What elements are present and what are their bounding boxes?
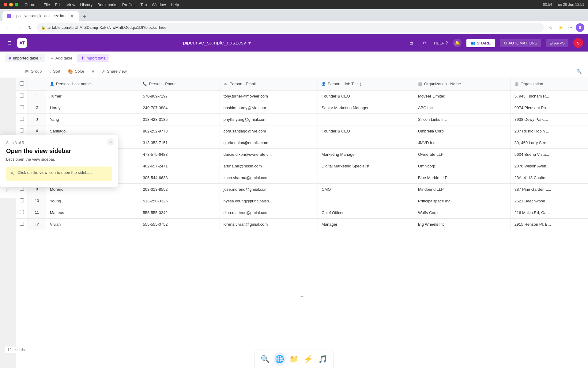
row-checkbox-input-1[interactable]: [20, 105, 24, 109]
table-row[interactable]: 10 Young 513-250-3326 nyssa.young@princi…: [16, 195, 588, 207]
table-container[interactable]: 👤 Person - Last name ⋮ 📞 Person - Phone …: [16, 78, 588, 368]
checkbox-header[interactable]: [16, 78, 28, 90]
menu-view[interactable]: View: [67, 2, 75, 7]
dock-finder[interactable]: 🔍: [259, 352, 271, 366]
window-controls[interactable]: [4, 3, 18, 6]
profile-avatar[interactable]: S: [576, 23, 584, 32]
title-dropdown-icon[interactable]: ▾: [248, 40, 251, 46]
row-checkbox-input-3[interactable]: [20, 128, 24, 132]
share-view-button[interactable]: ↗ Share view: [98, 67, 130, 75]
add-row-button[interactable]: +: [16, 292, 588, 301]
bookmark-icon[interactable]: ☆: [546, 23, 555, 32]
row-checkbox-11[interactable]: [16, 218, 28, 230]
reload-button[interactable]: ↻: [26, 23, 34, 32]
forward-button[interactable]: →: [15, 23, 23, 32]
table-row[interactable]: 3 Yang 313-428-3135 phyllis.yang@gmial.c…: [16, 113, 588, 125]
dock-folder[interactable]: 📁: [288, 352, 300, 366]
dock-app2[interactable]: 🎵: [317, 352, 329, 366]
notifications-icon[interactable]: 🔔: [453, 39, 462, 47]
dock-app1[interactable]: ⚡: [302, 352, 314, 366]
row-checkbox-10[interactable]: [16, 207, 28, 218]
sort-button[interactable]: ↕ Sort: [46, 67, 63, 75]
cell-job-title-3: Founder & CEO: [318, 125, 414, 137]
menu-window[interactable]: Window: [152, 2, 166, 7]
menu-edit[interactable]: Edit: [55, 2, 62, 7]
color-icon: 🎨: [68, 69, 73, 74]
row-num-11: 12: [28, 218, 46, 230]
hint-cursor-icon: ↖: [10, 171, 15, 177]
cell-org-name-11: Big Wheels Inc: [414, 218, 511, 230]
table-row[interactable]: 12 Vivian 555-555-0752 lorens.vivian@gmi…: [16, 218, 588, 230]
menu-file[interactable]: File: [43, 2, 50, 7]
menu-help[interactable]: Help: [171, 2, 179, 7]
active-tab[interactable]: pipedrive_sample_data.csv: Im... ✕: [2, 11, 79, 21]
apps-button[interactable]: ⊞ APPS: [546, 39, 568, 47]
tab-bar: pipedrive_sample_data.csv: Im... ✕ +: [0, 9, 588, 21]
imported-table-tab[interactable]: Imported table ▾: [5, 54, 45, 62]
col-resize-org-name[interactable]: ⋮: [504, 82, 507, 86]
col-resize-last-name[interactable]: ⋮: [132, 82, 135, 86]
select-all-checkbox[interactable]: [20, 81, 24, 86]
dock-chrome[interactable]: 🌐: [274, 352, 286, 366]
cell-email-4: gloria.quinn@emailz.com: [220, 137, 318, 148]
row-checkbox-input-8[interactable]: [20, 187, 24, 191]
row-checkbox-9[interactable]: [16, 195, 28, 207]
close-btn[interactable]: [4, 3, 7, 6]
sidebar-toggle-icon[interactable]: ☰: [5, 39, 13, 47]
menu-bookmarks[interactable]: Bookmarks: [97, 2, 117, 7]
row-checkbox-input-10[interactable]: [20, 210, 24, 214]
menu-profiles[interactable]: Profiles: [122, 2, 135, 7]
col-header-phone: 📞 Person - Phone ⋮: [139, 78, 220, 90]
cell-last-name-10: Matteus: [46, 207, 139, 218]
row-checkbox-input-0[interactable]: [20, 94, 24, 98]
group-button[interactable]: ⊞ Group: [22, 67, 45, 75]
col-resize-job-title[interactable]: ⋮: [407, 82, 410, 86]
search-button[interactable]: 🔍: [575, 67, 583, 76]
trash-icon[interactable]: 🗑: [407, 39, 416, 47]
cell-org-addr-2: 7938 Dewy Park,...: [511, 113, 588, 125]
row-checkbox-0[interactable]: [16, 90, 28, 102]
tooltip-close-button[interactable]: ×: [107, 138, 114, 146]
back-button[interactable]: ←: [4, 23, 12, 32]
import-data-button[interactable]: ⬆ Import data: [77, 54, 109, 62]
help-button[interactable]: HELP ?: [434, 40, 448, 45]
menu-chrome[interactable]: Chrome: [24, 2, 39, 7]
cell-phone-8: 203-313-8552: [139, 183, 220, 195]
menu-tab[interactable]: Tab: [140, 2, 147, 7]
row-checkbox-input-2[interactable]: [20, 117, 24, 121]
table-row[interactable]: 11 Matteus 555-555-0242 dina.matteus@gmi…: [16, 207, 588, 218]
row-checkbox-2[interactable]: [16, 113, 28, 125]
minimize-btn[interactable]: [9, 3, 13, 6]
table-row[interactable]: 2 Hardy 240-707-3884 hashim.hardy@lvie.c…: [16, 102, 588, 113]
filter-button[interactable]: ≡: [89, 67, 97, 75]
address-input[interactable]: 🔒 airtable.com/tblUhATZDzmqnXak7/viwMnIL…: [37, 23, 544, 33]
cell-org-name-2: Silicon Links Inc: [414, 113, 511, 125]
col-resize-email[interactable]: ⋮: [311, 82, 314, 86]
history-icon[interactable]: ⟳: [420, 39, 429, 47]
user-avatar[interactable]: S: [573, 38, 583, 48]
col-resize-phone[interactable]: ⋮: [213, 82, 216, 86]
color-button[interactable]: 🎨 Color: [65, 67, 87, 75]
extension-icon[interactable]: ⚡: [556, 23, 565, 32]
row-checkbox-input-9[interactable]: [20, 198, 24, 202]
sort-icon: ↕: [49, 69, 51, 74]
menu-history[interactable]: History: [80, 2, 92, 7]
add-table-button[interactable]: ＋ Add table: [47, 54, 76, 63]
row-checkbox-input-11[interactable]: [20, 222, 24, 226]
new-tab-button[interactable]: +: [80, 12, 89, 21]
row-checkbox-1[interactable]: [16, 102, 28, 113]
address-bar: ← → ↻ 🔒 airtable.com/tblUhATZDzmqnXak7/v…: [0, 21, 588, 34]
cell-org-addr-10: 216 Makin Rd, Oa...: [511, 207, 588, 218]
maximize-btn[interactable]: [15, 3, 18, 6]
cell-email-3: cora.santiago@lvie.com: [220, 125, 318, 137]
cell-phone-11: 555-555-0752: [139, 218, 220, 230]
add-table-icon: ＋: [50, 56, 54, 61]
cell-org-name-0: Moveer Limited: [414, 90, 511, 102]
table-row[interactable]: 1 Turner 570-809-7197 tony.turner@moveer…: [16, 90, 588, 102]
tab-close-button[interactable]: ✕: [70, 13, 74, 18]
share-button[interactable]: 👥 SHARE: [466, 39, 495, 47]
automations-button[interactable]: ⚙ AUTOMATIONS: [500, 39, 541, 47]
more-icon[interactable]: ⋯: [566, 23, 575, 32]
col-resize-org-addr[interactable]: ⋮: [581, 82, 584, 86]
row-num-2: 3: [28, 113, 46, 125]
